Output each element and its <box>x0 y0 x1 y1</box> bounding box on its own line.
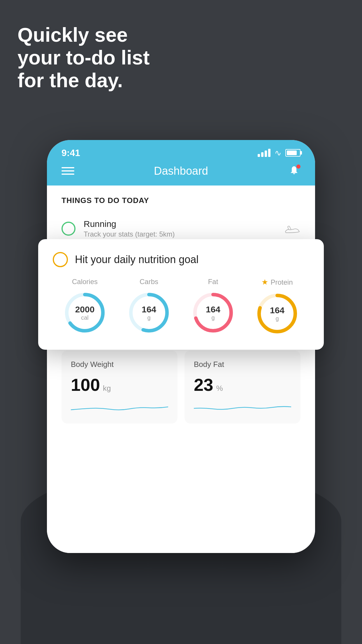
notification-bell-button[interactable] <box>288 164 301 177</box>
fat-value: 164 <box>206 304 220 314</box>
app-header: Dashboard <box>47 160 315 186</box>
app-content: Things to do today Running Track your st… <box>47 186 315 536</box>
nutrition-title: Hit your daily nutrition goal <box>75 253 198 266</box>
todo-text-running: Running Track your stats (target: 5km) <box>84 219 276 238</box>
nutrition-macros: Calories 2000 cal Carbs <box>53 278 309 337</box>
hamburger-line-3 <box>61 174 74 175</box>
macro-calories-label: Calories <box>72 278 98 286</box>
body-fat-label: Body Fat <box>194 360 291 369</box>
status-bar: 9:41 ∿ <box>47 140 315 160</box>
calories-ring: 2000 cal <box>61 289 108 336</box>
protein-value: 164 <box>270 305 284 315</box>
macro-fat-label: Fat <box>208 278 218 286</box>
status-icons: ∿ <box>258 148 301 158</box>
carbs-ring: 164 g <box>126 289 172 336</box>
hamburger-menu-button[interactable] <box>61 167 74 175</box>
body-weight-label: Body Weight <box>71 360 168 369</box>
battery-icon <box>285 149 301 157</box>
status-time: 9:41 <box>61 148 80 158</box>
body-fat-value: 23 % <box>194 375 291 395</box>
signal-bar-3 <box>265 150 267 157</box>
protein-unit: g <box>270 315 284 322</box>
progress-cards: Body Weight 100 kg Body Fat 23 <box>61 351 301 424</box>
todo-circle-running <box>61 222 75 236</box>
macro-calories: Calories 2000 cal <box>61 278 108 336</box>
calories-ring-center: 2000 cal <box>75 304 95 321</box>
protein-ring: 164 g <box>254 290 301 337</box>
macro-carbs-label: Carbs <box>140 278 158 286</box>
hamburger-line-1 <box>61 167 74 168</box>
carbs-ring-center: 164 g <box>142 304 156 321</box>
calories-unit: cal <box>75 314 95 321</box>
nutrition-card-header: Hit your daily nutrition goal <box>53 252 309 267</box>
fat-ring: 164 g <box>190 289 236 336</box>
notification-dot <box>296 164 301 169</box>
body-fat-card[interactable]: Body Fat 23 % <box>184 351 301 424</box>
signal-bars-icon <box>258 149 270 157</box>
carbs-unit: g <box>142 314 156 321</box>
fat-ring-center: 164 g <box>206 304 220 321</box>
macro-fat: Fat 164 g <box>190 278 236 336</box>
hero-text: Quickly see your to-do list for the day. <box>17 23 150 92</box>
body-weight-value: 100 kg <box>71 375 168 395</box>
phone-bottom <box>47 536 315 553</box>
signal-bar-1 <box>258 154 260 157</box>
signal-bar-2 <box>261 152 263 157</box>
body-fat-unit: % <box>216 384 223 393</box>
nutrition-card: Hit your daily nutrition goal Calories 2… <box>38 239 324 350</box>
fat-unit: g <box>206 314 220 321</box>
todo-subtitle: Track your stats (target: 5km) <box>84 230 276 238</box>
macro-protein: ★ Protein 164 g <box>254 278 301 337</box>
header-title: Dashboard <box>154 165 208 177</box>
body-weight-card[interactable]: Body Weight 100 kg <box>61 351 178 424</box>
body-fat-number: 23 <box>194 375 213 395</box>
carbs-value: 164 <box>142 304 156 314</box>
star-icon: ★ <box>261 278 268 287</box>
nutrition-checkbox[interactable] <box>53 252 68 267</box>
macro-protein-label: ★ Protein <box>261 278 293 287</box>
signal-bar-4 <box>268 149 270 157</box>
body-weight-number: 100 <box>71 375 100 395</box>
todo-title: Running <box>84 219 276 229</box>
shoe-icon <box>284 220 301 237</box>
body-weight-unit: kg <box>103 384 111 393</box>
body-fat-chart <box>194 400 291 414</box>
battery-fill <box>287 150 297 155</box>
hamburger-line-2 <box>61 170 74 172</box>
body-weight-chart <box>71 400 168 414</box>
wifi-icon: ∿ <box>275 148 281 158</box>
calories-value: 2000 <box>75 304 95 314</box>
protein-ring-center: 164 g <box>270 305 284 322</box>
section-header: Things to do today <box>47 186 315 211</box>
macro-carbs: Carbs 164 g <box>126 278 172 336</box>
